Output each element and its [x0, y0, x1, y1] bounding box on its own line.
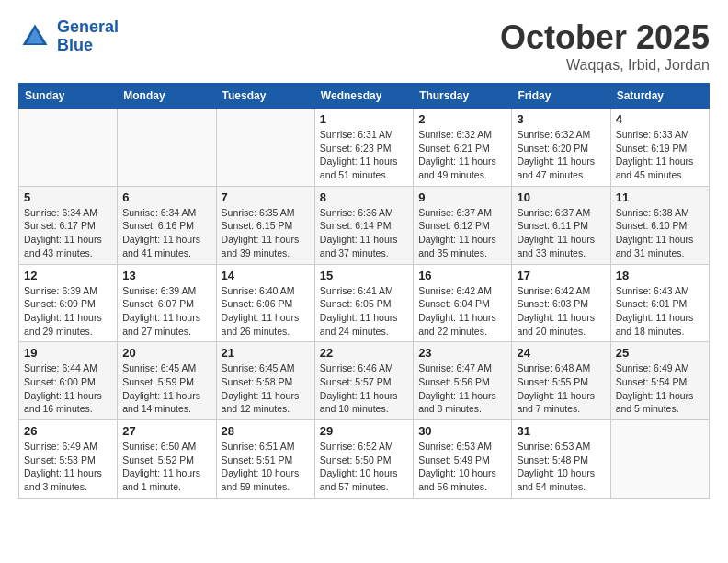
- day-info: Sunrise: 6:38 AMSunset: 6:10 PMDaylight:…: [616, 206, 704, 260]
- location: Waqqas, Irbid, Jordan: [500, 57, 710, 74]
- day-info: Sunrise: 6:32 AMSunset: 6:21 PMDaylight:…: [418, 128, 506, 182]
- calendar-cell: 2Sunrise: 6:32 AMSunset: 6:21 PMDaylight…: [414, 109, 512, 187]
- calendar-cell: 5Sunrise: 6:34 AMSunset: 6:17 PMDaylight…: [19, 186, 118, 264]
- day-info: Sunrise: 6:42 AMSunset: 6:03 PMDaylight:…: [517, 284, 605, 339]
- day-number: 25: [616, 346, 704, 360]
- calendar-cell: 24Sunrise: 6:48 AMSunset: 5:55 PMDayligh…: [512, 342, 610, 420]
- day-info: Sunrise: 6:31 AMSunset: 6:23 PMDaylight:…: [320, 128, 408, 182]
- calendar-cell: [19, 109, 118, 187]
- calendar-cell: 28Sunrise: 6:51 AMSunset: 5:51 PMDayligh…: [216, 420, 314, 499]
- day-info: Sunrise: 6:39 AMSunset: 6:07 PMDaylight:…: [122, 284, 210, 339]
- day-number: 24: [517, 346, 605, 360]
- calendar-week-row: 12Sunrise: 6:39 AMSunset: 6:09 PMDayligh…: [19, 264, 710, 342]
- day-number: 14: [222, 269, 310, 282]
- logo: General Blue: [18, 18, 119, 55]
- day-number: 17: [517, 269, 605, 282]
- day-number: 27: [122, 424, 210, 438]
- day-number: 18: [616, 269, 704, 282]
- calendar-cell: 4Sunrise: 6:33 AMSunset: 6:19 PMDaylight…: [610, 109, 709, 187]
- day-info: Sunrise: 6:52 AMSunset: 5:50 PMDaylight:…: [320, 440, 408, 494]
- calendar-header: SundayMondayTuesdayWednesdayThursdayFrid…: [19, 84, 710, 109]
- calendar-cell: [118, 109, 216, 187]
- day-info: Sunrise: 6:40 AMSunset: 6:06 PMDaylight:…: [222, 284, 310, 339]
- calendar-table: SundayMondayTuesdayWednesdayThursdayFrid…: [18, 83, 710, 499]
- weekday-header: Monday: [118, 84, 216, 109]
- logo-line1: General: [57, 17, 119, 36]
- day-info: Sunrise: 6:37 AMSunset: 6:12 PMDaylight:…: [418, 206, 506, 260]
- day-info: Sunrise: 6:45 AMSunset: 5:59 PMDaylight:…: [122, 362, 210, 416]
- calendar-cell: 26Sunrise: 6:49 AMSunset: 5:53 PMDayligh…: [19, 420, 118, 499]
- calendar-cell: 16Sunrise: 6:42 AMSunset: 6:04 PMDayligh…: [414, 264, 512, 342]
- day-number: 20: [122, 346, 210, 360]
- day-info: Sunrise: 6:49 AMSunset: 5:54 PMDaylight:…: [616, 362, 704, 416]
- day-info: Sunrise: 6:47 AMSunset: 5:56 PMDaylight:…: [418, 362, 506, 416]
- calendar-cell: 3Sunrise: 6:32 AMSunset: 6:20 PMDaylight…: [512, 109, 610, 187]
- calendar-week-row: 1Sunrise: 6:31 AMSunset: 6:23 PMDaylight…: [19, 109, 710, 187]
- day-info: Sunrise: 6:39 AMSunset: 6:09 PMDaylight:…: [24, 284, 112, 339]
- day-number: 4: [616, 112, 704, 126]
- calendar-cell: 11Sunrise: 6:38 AMSunset: 6:10 PMDayligh…: [610, 186, 709, 264]
- day-number: 8: [320, 190, 408, 204]
- weekday-header: Wednesday: [314, 84, 413, 109]
- day-number: 13: [122, 269, 210, 282]
- logo-line2: Blue: [57, 36, 93, 54]
- calendar-cell: 30Sunrise: 6:53 AMSunset: 5:49 PMDayligh…: [414, 420, 512, 499]
- day-info: Sunrise: 6:42 AMSunset: 6:04 PMDaylight:…: [418, 284, 506, 339]
- day-number: 7: [222, 190, 310, 204]
- calendar-cell: [216, 109, 314, 187]
- calendar-body: 1Sunrise: 6:31 AMSunset: 6:23 PMDaylight…: [19, 109, 710, 499]
- calendar-cell: 17Sunrise: 6:42 AMSunset: 6:03 PMDayligh…: [512, 264, 610, 342]
- day-number: 3: [517, 112, 605, 126]
- day-number: 15: [320, 269, 408, 282]
- day-number: 19: [24, 346, 112, 360]
- weekday-header: Thursday: [414, 84, 512, 109]
- day-number: 23: [418, 346, 506, 360]
- day-number: 5: [24, 190, 112, 204]
- month-title: October 2025: [500, 18, 710, 57]
- day-number: 29: [320, 424, 408, 438]
- calendar-cell: [610, 420, 709, 499]
- logo-icon: [18, 20, 51, 53]
- day-info: Sunrise: 6:43 AMSunset: 6:01 PMDaylight:…: [616, 284, 704, 339]
- day-info: Sunrise: 6:35 AMSunset: 6:15 PMDaylight:…: [222, 206, 310, 260]
- day-info: Sunrise: 6:45 AMSunset: 5:58 PMDaylight:…: [222, 362, 310, 416]
- day-info: Sunrise: 6:49 AMSunset: 5:53 PMDaylight:…: [24, 440, 112, 494]
- day-info: Sunrise: 6:37 AMSunset: 6:11 PMDaylight:…: [517, 206, 605, 260]
- calendar-cell: 13Sunrise: 6:39 AMSunset: 6:07 PMDayligh…: [118, 264, 216, 342]
- day-info: Sunrise: 6:48 AMSunset: 5:55 PMDaylight:…: [517, 362, 605, 416]
- day-info: Sunrise: 6:34 AMSunset: 6:16 PMDaylight:…: [122, 206, 210, 260]
- weekday-header: Friday: [512, 84, 610, 109]
- day-number: 30: [418, 424, 506, 438]
- calendar-cell: 12Sunrise: 6:39 AMSunset: 6:09 PMDayligh…: [19, 264, 118, 342]
- calendar-cell: 6Sunrise: 6:34 AMSunset: 6:16 PMDaylight…: [118, 186, 216, 264]
- calendar-week-row: 5Sunrise: 6:34 AMSunset: 6:17 PMDaylight…: [19, 186, 710, 264]
- weekday-header: Tuesday: [216, 84, 314, 109]
- calendar-cell: 7Sunrise: 6:35 AMSunset: 6:15 PMDaylight…: [216, 186, 314, 264]
- page-header: General Blue October 2025 Waqqas, Irbid,…: [18, 18, 710, 74]
- calendar-week-row: 26Sunrise: 6:49 AMSunset: 5:53 PMDayligh…: [19, 420, 710, 499]
- day-info: Sunrise: 6:46 AMSunset: 5:57 PMDaylight:…: [320, 362, 408, 416]
- day-info: Sunrise: 6:36 AMSunset: 6:14 PMDaylight:…: [320, 206, 408, 260]
- logo-text: General Blue: [57, 18, 119, 55]
- calendar-cell: 21Sunrise: 6:45 AMSunset: 5:58 PMDayligh…: [216, 342, 314, 420]
- calendar-cell: 27Sunrise: 6:50 AMSunset: 5:52 PMDayligh…: [118, 420, 216, 499]
- day-number: 1: [320, 112, 408, 126]
- day-number: 12: [24, 269, 112, 282]
- day-number: 6: [122, 190, 210, 204]
- title-block: October 2025 Waqqas, Irbid, Jordan: [500, 18, 710, 74]
- day-info: Sunrise: 6:34 AMSunset: 6:17 PMDaylight:…: [24, 206, 112, 260]
- day-info: Sunrise: 6:51 AMSunset: 5:51 PMDaylight:…: [222, 440, 310, 494]
- calendar-cell: 19Sunrise: 6:44 AMSunset: 6:00 PMDayligh…: [19, 342, 118, 420]
- day-info: Sunrise: 6:53 AMSunset: 5:48 PMDaylight:…: [517, 440, 605, 494]
- calendar-cell: 1Sunrise: 6:31 AMSunset: 6:23 PMDaylight…: [314, 109, 413, 187]
- day-info: Sunrise: 6:32 AMSunset: 6:20 PMDaylight:…: [517, 128, 605, 182]
- day-number: 26: [24, 424, 112, 438]
- weekday-header: Saturday: [610, 84, 709, 109]
- calendar-cell: 14Sunrise: 6:40 AMSunset: 6:06 PMDayligh…: [216, 264, 314, 342]
- day-number: 28: [222, 424, 310, 438]
- calendar-cell: 10Sunrise: 6:37 AMSunset: 6:11 PMDayligh…: [512, 186, 610, 264]
- day-number: 9: [418, 190, 506, 204]
- calendar-cell: 8Sunrise: 6:36 AMSunset: 6:14 PMDaylight…: [314, 186, 413, 264]
- calendar-cell: 15Sunrise: 6:41 AMSunset: 6:05 PMDayligh…: [314, 264, 413, 342]
- calendar-cell: 29Sunrise: 6:52 AMSunset: 5:50 PMDayligh…: [314, 420, 413, 499]
